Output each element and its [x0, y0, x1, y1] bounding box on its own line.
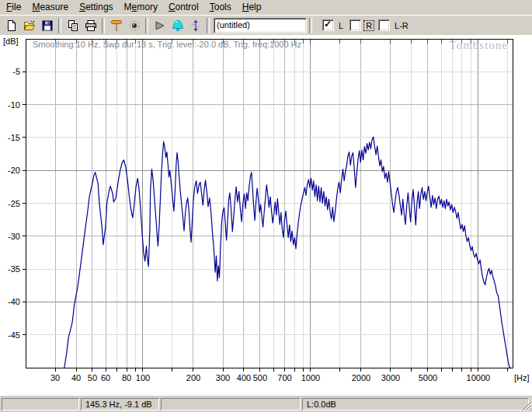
open-file-button[interactable]: [20, 17, 38, 34]
channel-l-label: L: [337, 21, 345, 30]
vertical-scale-button[interactable]: [186, 17, 204, 34]
y-tick-label: -5: [12, 67, 20, 76]
play-button[interactable]: [151, 17, 169, 34]
x-tick-label: 80: [122, 373, 131, 382]
menu-item-file[interactable]: File: [1, 0, 26, 15]
menu-item-memory[interactable]: Memory: [119, 0, 163, 15]
x-tick-label: 700: [277, 373, 291, 382]
x-tick-label: 40: [71, 373, 81, 382]
channel-r-label: R: [364, 21, 374, 30]
x-tick-label: 300: [216, 373, 230, 382]
x-tick-label: 400: [237, 373, 251, 382]
watermark-text: Tombstone: [450, 39, 508, 51]
cursor-readout: 145.3 Hz, -9.1 dB: [81, 398, 159, 410]
app-window: FileMeasureSettingsMemoryControlToolsHel…: [0, 0, 532, 412]
x-tick-label: 100: [136, 373, 150, 382]
toolbar-separator: [309, 18, 312, 33]
toolbar-separator: [102, 18, 105, 33]
x-tick-label: 30: [50, 373, 60, 382]
y-tick-label: -30: [8, 232, 20, 241]
menu-item-settings[interactable]: Settings: [74, 0, 118, 15]
response-curve-left-channel: [64, 137, 511, 368]
record-target-icon: [128, 19, 141, 32]
status-panel-blank-1: [2, 398, 79, 410]
x-tick-label: 50: [88, 373, 97, 382]
channel-lr-label: L-R: [393, 21, 410, 30]
save-icon: [41, 19, 54, 32]
status-bar: 145.3 Hz, -9.1 dB L:0.0dB: [0, 395, 532, 412]
x-tick-label: 60: [101, 373, 110, 382]
resize-grip[interactable]: [521, 401, 531, 411]
chart-canvas: -5-10-15-20-25-30-35-40-4530405060801002…: [0, 35, 532, 395]
bell-button[interactable]: [169, 17, 186, 34]
menu-item-measure[interactable]: Measure: [26, 0, 74, 15]
x-axis-unit-label: [Hz]: [514, 373, 530, 382]
y-tick-label: -25: [8, 199, 20, 208]
measurement-info-text: Smoothing:10 Hz, Swp dur:18 s, Trig. lev…: [33, 40, 301, 49]
sweep-generator-button[interactable]: [107, 17, 125, 34]
channel-l-checkbox[interactable]: ✓: [322, 19, 334, 31]
menu-item-tools[interactable]: Tools: [204, 0, 237, 15]
copy-button[interactable]: [64, 17, 82, 34]
x-tick-label: 1000: [301, 373, 320, 382]
toolbar-separator: [207, 18, 210, 33]
y-tick-label: -45: [8, 330, 20, 340]
toolbar: ✓ L ✓ R ✓ L-R: [0, 15, 532, 35]
print-icon: [85, 19, 97, 32]
save-button[interactable]: [38, 17, 56, 34]
menu-bar: FileMeasureSettingsMemoryControlToolsHel…: [0, 0, 532, 15]
y-tick-label: -10: [8, 100, 20, 110]
sweep-flag-icon: [110, 19, 123, 32]
level-readout: L:0.0dB: [302, 398, 529, 410]
toolbar-separator: [58, 18, 61, 33]
x-tick-label: 2000: [352, 373, 370, 382]
channel-toggles: ✓ L ✓ R ✓ L-R: [318, 19, 410, 31]
new-document-icon: [5, 19, 18, 32]
y-tick-label: -40: [8, 297, 20, 306]
check-icon: ✓: [324, 19, 332, 30]
vertical-scale-icon: [190, 19, 202, 32]
x-tick-label: 10000: [467, 373, 491, 382]
copy-icon: [67, 19, 79, 32]
x-tick-label: 200: [186, 373, 200, 382]
open-folder-icon: [23, 19, 36, 32]
x-tick-label: 5000: [419, 373, 437, 382]
x-tick-label: 3000: [381, 373, 400, 382]
print-button[interactable]: [82, 17, 99, 34]
channel-r-checkbox[interactable]: ✓: [349, 19, 361, 31]
channel-lr-checkbox[interactable]: ✓: [378, 19, 390, 31]
bell-icon: [172, 19, 184, 32]
record-target-button[interactable]: [125, 17, 143, 34]
frequency-response-chart[interactable]: -5-10-15-20-25-30-35-40-4530405060801002…: [0, 35, 532, 395]
x-tick-label: 500: [253, 373, 267, 382]
y-tick-label: -35: [8, 264, 20, 274]
menu-item-help[interactable]: Help: [237, 0, 267, 15]
toolbar-separator: [145, 18, 148, 33]
menu-item-control[interactable]: Control: [163, 0, 204, 15]
y-tick-label: -20: [8, 166, 20, 175]
y-tick-label: -15: [8, 133, 20, 142]
y-axis-unit-label: [dB]: [3, 37, 19, 46]
title-field[interactable]: [214, 18, 307, 33]
status-panel-blank-2: [161, 398, 301, 410]
new-file-button[interactable]: [2, 17, 20, 34]
play-icon: [154, 19, 166, 32]
